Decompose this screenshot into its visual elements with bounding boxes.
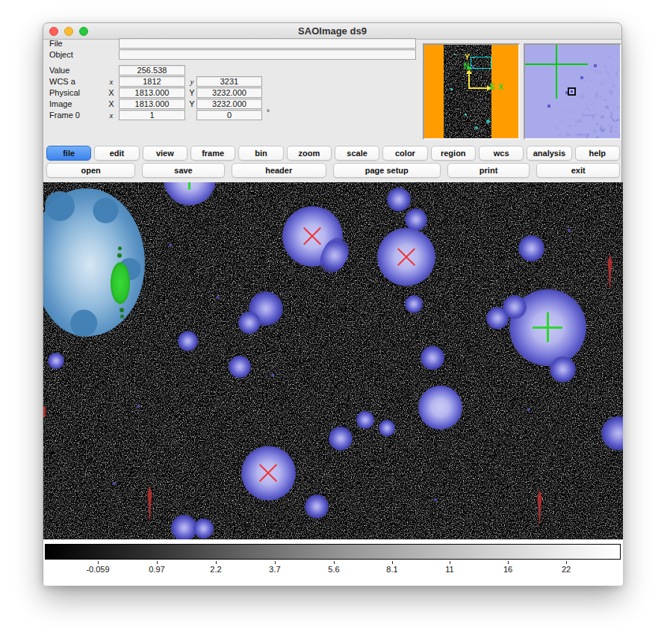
faint-star: [113, 482, 116, 485]
info-row-file: File: [43, 38, 465, 49]
colorbar-tick-label: 3.7: [269, 565, 280, 574]
info-row-value: Value 256.538: [43, 65, 465, 75]
menu-scale[interactable]: scale: [335, 146, 379, 161]
image-y-label: Y: [187, 99, 197, 109]
menu-help[interactable]: help: [575, 146, 620, 161]
close-button[interactable]: [49, 27, 58, 36]
file-label: File: [49, 38, 63, 49]
menu-view[interactable]: view: [143, 146, 187, 161]
physical-label: Physical: [49, 87, 80, 98]
star-blob: [503, 295, 527, 319]
region-marker-x[interactable]: [300, 224, 324, 248]
menu-bar: file edit view frame bin zoom scale colo…: [43, 145, 623, 161]
value-label: Value: [49, 65, 69, 75]
colorbar: -0.059 0.97 2.2 3.7 5.6 8.1 11 16 22: [43, 539, 623, 586]
file-save-button[interactable]: save: [142, 163, 225, 178]
image-x-label: X: [106, 99, 117, 109]
magnifier[interactable]: [524, 43, 621, 140]
wcs-y-field[interactable]: 3231: [196, 76, 262, 87]
faint-star: [271, 374, 274, 377]
region-marker-cross-clipped[interactable]: [188, 182, 190, 190]
panner-star-dot: [465, 114, 467, 116]
compass-horizontal-axis: [468, 87, 488, 89]
panner-view-reticle[interactable]: [471, 57, 491, 69]
info-row-physical: Physical X 1813.000 Y 3232.000: [43, 87, 465, 98]
menu-edit[interactable]: edit: [94, 146, 139, 161]
magnifier-crosshair-horizontal: [525, 64, 588, 65]
region-marker-x[interactable]: [256, 461, 280, 485]
galaxy-core-green: [111, 262, 130, 304]
compass-vertical-axis: [468, 73, 470, 89]
star-blob: [229, 356, 251, 378]
galaxy-lump: [93, 197, 120, 224]
menu-region[interactable]: region: [431, 146, 476, 161]
menu-file[interactable]: file: [46, 146, 91, 161]
faint-star: [568, 229, 571, 232]
wcs-x-field[interactable]: 1812: [119, 76, 185, 87]
compass-east-label: E: [490, 84, 495, 91]
magnifier-pixel: [547, 105, 550, 108]
colorbar-gradient[interactable]: [45, 544, 621, 560]
file-field[interactable]: [119, 38, 416, 49]
colorbar-tick: [98, 561, 99, 564]
galaxy-core-dot: [120, 315, 124, 318]
image-x-field[interactable]: 1813.000: [119, 99, 185, 109]
file-page-setup-button[interactable]: page setup: [333, 163, 441, 178]
star-blob: [48, 353, 64, 369]
colorbar-tick-label: 5.6: [328, 565, 339, 574]
file-exit-button[interactable]: exit: [536, 163, 620, 178]
menu-color[interactable]: color: [382, 146, 427, 161]
minimize-button[interactable]: [64, 27, 73, 36]
wcs-y-label: y: [187, 76, 197, 87]
frame-zoom-field[interactable]: 1: [119, 110, 185, 120]
star-blob: [356, 411, 374, 429]
faint-star: [527, 408, 530, 411]
colorbar-tick: [275, 561, 276, 564]
colorbar-tick: [392, 561, 393, 564]
image-canvas[interactable]: [43, 182, 623, 539]
galaxy-core-dot: [120, 308, 124, 312]
panner-star-dot: [486, 120, 490, 123]
region-marker-x[interactable]: [394, 245, 418, 269]
info-row-image: Image X 1813.000 Y 3232.000: [43, 99, 465, 109]
star-blob: [387, 188, 411, 211]
faint-star: [169, 244, 172, 247]
panner-star-dot: [450, 88, 453, 90]
colorbar-tick-label: 16: [503, 565, 512, 574]
star-blob: [379, 420, 395, 436]
degree-symbol: °: [267, 108, 270, 117]
magnifier-pixel: [580, 76, 583, 79]
file-open-button[interactable]: open: [46, 163, 135, 178]
menu-zoom[interactable]: zoom: [287, 146, 332, 161]
file-print-button[interactable]: print: [447, 163, 530, 178]
frame-rotate-field[interactable]: 0: [196, 110, 262, 120]
menu-analysis[interactable]: analysis: [527, 146, 571, 161]
star-blob: [329, 427, 353, 451]
region-marker-cross[interactable]: [533, 312, 562, 342]
object-label: Object: [49, 49, 73, 60]
maximize-button[interactable]: [79, 27, 88, 36]
menu-frame[interactable]: frame: [190, 146, 235, 161]
frame-label: Frame 0: [49, 110, 80, 120]
compass-x-label: X: [498, 84, 503, 91]
colorbar-tick-label: 22: [562, 565, 571, 574]
image-label: Image: [49, 99, 72, 109]
object-field[interactable]: [119, 49, 416, 60]
galaxy-core-dot: [118, 247, 122, 250]
star-blob: [418, 386, 462, 430]
panner[interactable]: Y N E X: [423, 43, 520, 140]
physical-y-field[interactable]: 3232.000: [196, 87, 262, 98]
faint-star: [434, 498, 437, 501]
file-header-button[interactable]: header: [232, 163, 326, 178]
image-y-field[interactable]: 3232.000: [196, 99, 262, 109]
colorbar-tick-label: -0.059: [86, 565, 109, 574]
file-menu-bar: open save header page setup print exit: [43, 162, 623, 179]
value-field[interactable]: 256.538: [119, 65, 185, 75]
physical-x-field[interactable]: 1813.000: [119, 87, 185, 98]
star-blob: [550, 356, 576, 383]
star-blob: [421, 346, 444, 370]
menu-bin[interactable]: bin: [238, 146, 283, 161]
info-row-object: Object: [43, 49, 465, 60]
region-marker-clipped[interactable]: [43, 406, 46, 417]
menu-wcs[interactable]: wcs: [479, 146, 524, 161]
